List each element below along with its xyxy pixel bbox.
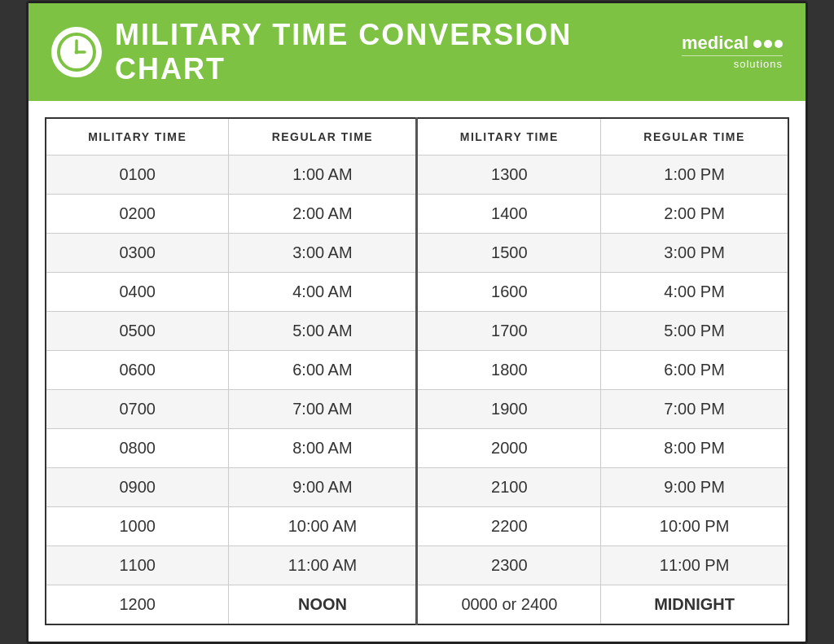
table-row: 0600 6:00 AM 1800 6:00 PM [46,350,788,389]
reg-time-right: 4:00 PM [601,272,788,311]
mil-time-left: 0200 [46,194,229,233]
mil-time-left: 0700 [46,389,229,428]
col1-header: MILITARY TIME [46,118,229,156]
clock-icon [51,27,102,77]
logo-sub: solutions [682,55,783,70]
logo-dot-2 [764,40,772,48]
table-header-row: MILITARY TIME REGULAR TIME MILITARY TIME… [46,118,788,156]
card: MILITARY TIME CONVERSION CHART medical s… [26,1,808,644]
svg-point-3 [75,50,79,54]
logo-line1: medical [682,33,748,53]
reg-time-left: 8:00 AM [229,428,417,467]
reg-time-right: 6:00 PM [601,350,788,389]
mil-time-left: 1200 [46,585,229,624]
mil-time-left: 1100 [46,545,229,585]
reg-time-left: 9:00 AM [229,467,417,506]
mil-time-left: 0800 [46,428,229,467]
page-title: MILITARY TIME CONVERSION CHART [115,18,682,86]
table-row: 1000 10:00 AM 2200 10:00 PM [46,506,788,545]
reg-time-right: 7:00 PM [601,389,788,428]
table-wrapper: MILITARY TIME REGULAR TIME MILITARY TIME… [29,101,805,642]
reg-time-right: 11:00 PM [601,545,788,585]
reg-time-left: 11:00 AM [229,545,417,585]
col4-header: REGULAR TIME [601,118,788,156]
reg-time-left: NOON [229,585,417,624]
reg-time-right: 9:00 PM [601,467,788,506]
mil-time-left: 1000 [46,506,229,545]
reg-time-left: 10:00 AM [229,506,417,545]
reg-time-left: 7:00 AM [229,389,417,428]
table-row: 0100 1:00 AM 1300 1:00 PM [46,155,788,194]
reg-time-right: 10:00 PM [601,506,788,545]
reg-time-left: 1:00 AM [229,155,417,194]
mil-time-right: 2200 [417,506,601,545]
mil-time-right: 1300 [417,155,601,194]
mil-time-right: 1700 [417,311,601,350]
table-row: 0700 7:00 AM 1900 7:00 PM [46,389,788,428]
reg-time-right: 1:00 PM [601,155,788,194]
mil-time-right: 2300 [417,545,601,585]
reg-time-right: 5:00 PM [601,311,788,350]
mil-time-left: 0600 [46,350,229,389]
reg-time-right: MIDNIGHT [601,585,788,624]
reg-time-right: 2:00 PM [601,194,788,233]
table-row: 1100 11:00 AM 2300 11:00 PM [46,545,788,585]
table-body: 0100 1:00 AM 1300 1:00 PM 0200 2:00 AM 1… [46,155,788,624]
mil-time-right: 1900 [417,389,601,428]
header: MILITARY TIME CONVERSION CHART medical s… [29,3,805,101]
conversion-table: MILITARY TIME REGULAR TIME MILITARY TIME… [45,117,789,625]
reg-time-left: 5:00 AM [229,311,417,350]
mil-time-right: 1800 [417,350,601,389]
logo-dot-1 [753,40,762,48]
logo-dot-3 [775,40,783,48]
table-row: 1200 NOON 0000 or 2400 MIDNIGHT [46,585,788,624]
table-row: 0500 5:00 AM 1700 5:00 PM [46,311,788,350]
reg-time-right: 8:00 PM [601,428,788,467]
mil-time-left: 0100 [46,155,229,194]
table-row: 0300 3:00 AM 1500 3:00 PM [46,233,788,272]
reg-time-left: 2:00 AM [229,194,417,233]
mil-time-right: 2100 [417,467,601,506]
mil-time-left: 0900 [46,467,229,506]
header-left: MILITARY TIME CONVERSION CHART [51,18,682,86]
reg-time-left: 6:00 AM [229,350,417,389]
table-row: 0400 4:00 AM 1600 4:00 PM [46,272,788,311]
reg-time-left: 4:00 AM [229,272,417,311]
table-row: 0800 8:00 AM 2000 8:00 PM [46,428,788,467]
mil-time-right: 0000 or 2400 [417,585,601,624]
mil-time-left: 0400 [46,272,229,311]
mil-time-right: 1600 [417,272,601,311]
mil-time-right: 1500 [417,233,601,272]
table-row: 0900 9:00 AM 2100 9:00 PM [46,467,788,506]
reg-time-left: 3:00 AM [229,233,417,272]
col3-header: MILITARY TIME [417,118,601,156]
logo-text: medical [682,33,783,53]
mil-time-right: 1400 [417,194,601,233]
table-row: 0200 2:00 AM 1400 2:00 PM [46,194,788,233]
mil-time-right: 2000 [417,428,601,467]
mil-time-left: 0300 [46,233,229,272]
reg-time-right: 3:00 PM [601,233,788,272]
mil-time-left: 0500 [46,311,229,350]
logo: medical solutions [682,33,783,69]
col2-header: REGULAR TIME [229,118,417,156]
logo-dots [753,40,783,48]
